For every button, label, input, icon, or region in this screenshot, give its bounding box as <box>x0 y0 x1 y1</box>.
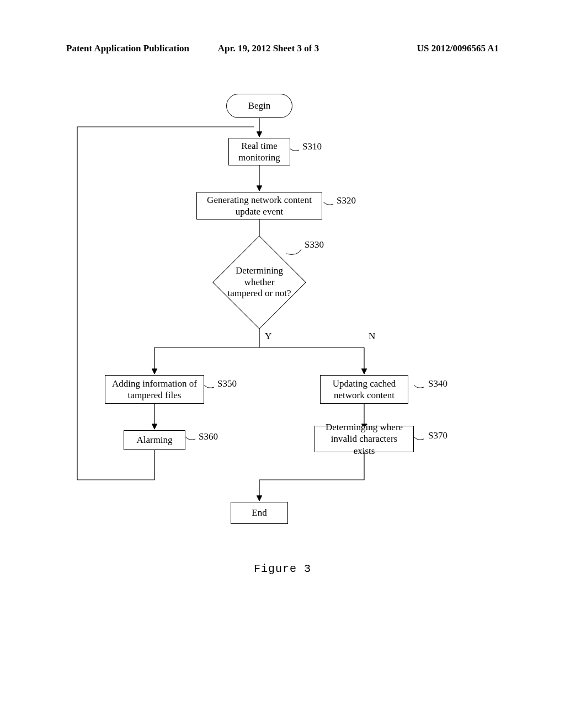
node-s340: Updating cached network content <box>320 375 408 404</box>
node-s350: Adding information of tampered files <box>105 375 204 404</box>
node-s320: Generating network content update event <box>196 192 322 220</box>
s340-label: Updating cached network content <box>333 378 396 402</box>
s330-label: Determining whether tampered or not? <box>226 265 292 299</box>
tag-s360: S360 <box>199 431 218 442</box>
tag-s370: S370 <box>428 430 447 441</box>
s370-label: Determinging where invalid characters ex… <box>319 421 409 457</box>
begin-label: Begin <box>248 100 271 111</box>
branch-no: N <box>369 331 375 342</box>
figure-caption: Figure 3 <box>0 563 565 575</box>
header-mid: Apr. 19, 2012 Sheet 3 of 3 <box>207 43 359 54</box>
node-s330: Determining whether tampered or not? <box>226 249 292 315</box>
s320-label: Generating network content update event <box>207 194 312 218</box>
tag-s310: S310 <box>302 141 322 152</box>
tag-s350: S350 <box>217 378 237 389</box>
s310-label: Real time monitoring <box>238 140 280 164</box>
node-s360: Alarming <box>124 430 185 450</box>
header-left: Patent Application Publication <box>66 43 207 54</box>
end-label: End <box>252 507 266 518</box>
tag-s330: S330 <box>305 239 324 250</box>
branch-yes: Y <box>265 331 271 342</box>
s350-label: Adding information of tampered files <box>112 378 197 402</box>
node-s370: Determinging where invalid characters ex… <box>315 426 414 452</box>
header-right: US 2012/0096565 A1 <box>358 43 499 54</box>
flowchart: Begin Real time monitoring S310 Generati… <box>55 94 510 590</box>
node-begin: Begin <box>226 94 292 118</box>
node-end: End <box>231 502 288 524</box>
tag-s320: S320 <box>337 195 356 206</box>
page-header: Patent Application Publication Apr. 19, … <box>0 43 565 54</box>
tag-s340: S340 <box>428 378 447 389</box>
s360-label: Alarming <box>136 434 172 446</box>
node-s310: Real time monitoring <box>228 138 290 165</box>
